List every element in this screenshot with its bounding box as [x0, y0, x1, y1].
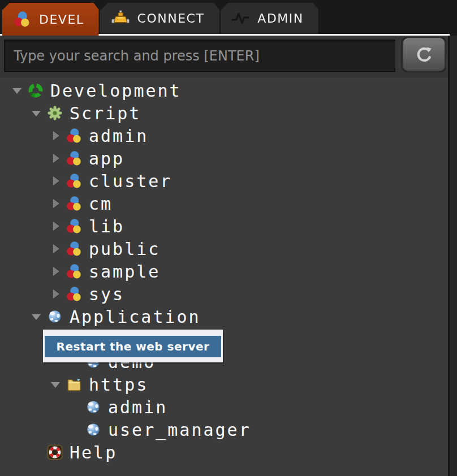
tree-row-label: admin: [89, 126, 148, 146]
tree-row-label: sample: [89, 262, 160, 282]
tab-bar: DEVEL CONNECT ADMIN: [0, 0, 457, 36]
three-balls-icon: [66, 127, 83, 144]
tree-row-lib[interactable]: lib: [0, 215, 448, 237]
twisty-spacer: [66, 396, 85, 418]
tree-row-cm[interactable]: cm: [0, 192, 448, 215]
tree-row-label: Development: [50, 81, 182, 101]
refresh-icon: [413, 44, 435, 66]
tree-row-label: admin: [108, 397, 167, 417]
tree-panel: DevelopmentScriptadminappclustercmlibpub…: [0, 79, 448, 476]
tab-devel-label: DEVEL: [39, 12, 84, 27]
menu-item-restart-web-server[interactable]: Restart the web server: [45, 336, 221, 357]
app-window: DEVEL CONNECT ADMIN DevelopmentScriptadm…: [0, 0, 457, 476]
tree-row-label: user_manager: [108, 420, 251, 440]
tree-row-development[interactable]: Development: [0, 79, 448, 102]
three-balls-icon: [66, 240, 83, 257]
expanded-triangle-icon[interactable]: [46, 373, 66, 396]
tree-row-label: Script: [70, 103, 141, 123]
tree-row-label: https: [89, 375, 148, 395]
tree-row-sys[interactable]: sys: [0, 283, 448, 305]
collapsed-triangle-icon[interactable]: [46, 124, 66, 147]
tree-row-help[interactable]: Help: [0, 441, 448, 464]
tree-row-admin[interactable]: admin: [0, 124, 448, 147]
refresh-button[interactable]: [402, 37, 446, 72]
expanded-triangle-icon[interactable]: [27, 305, 46, 328]
collapsed-triangle-icon[interactable]: [46, 170, 66, 192]
expanded-triangle-icon[interactable]: [8, 79, 27, 102]
folder-icon: [66, 376, 83, 393]
pulse-icon: [231, 10, 250, 28]
collapsed-triangle-icon[interactable]: [46, 283, 66, 305]
tab-connect-label: CONNECT: [137, 11, 205, 25]
tree-row-application[interactable]: Application: [0, 305, 448, 328]
three-balls-icon: [66, 172, 83, 189]
three-balls-icon: [66, 150, 83, 167]
tab-admin-label: ADMIN: [257, 11, 303, 25]
three-balls-icon: [66, 263, 83, 280]
collapsed-triangle-icon[interactable]: [46, 147, 66, 170]
tree-row-label: lib: [89, 217, 124, 236]
collapsed-triangle-icon[interactable]: [46, 215, 66, 237]
tree-row-admin[interactable]: admin: [0, 396, 448, 418]
context-menu: Restart the web server: [43, 330, 223, 362]
tree-row-label: Help: [70, 443, 117, 462]
three-balls-icon: [66, 218, 83, 235]
tree-row-user-manager[interactable]: user_manager: [0, 418, 448, 441]
collapsed-triangle-icon[interactable]: [46, 192, 66, 215]
twisty-spacer: [27, 441, 46, 464]
globe-icon: [46, 308, 63, 325]
tree-row-cluster[interactable]: cluster: [0, 170, 448, 192]
tree-row-https[interactable]: https: [0, 373, 448, 396]
tree-row-public[interactable]: public: [0, 237, 448, 260]
three-balls-icon: [66, 285, 83, 302]
gear-icon: [46, 105, 63, 122]
collapsed-triangle-icon[interactable]: [46, 260, 66, 283]
tree-row-label: cm: [89, 194, 113, 214]
tab-devel[interactable]: DEVEL: [2, 3, 99, 36]
expanded-triangle-icon[interactable]: [27, 102, 46, 124]
tree-row-label: sys: [89, 284, 124, 304]
collapsed-triangle-icon[interactable]: [46, 237, 66, 260]
lifebuoy-icon: [46, 444, 63, 461]
tab-admin[interactable]: ADMIN: [221, 3, 318, 34]
panel-edge-strip: [448, 36, 457, 476]
tree-row-app[interactable]: app: [0, 147, 448, 170]
connector-icon: [111, 10, 130, 28]
three-balls-icon: [12, 10, 32, 28]
tree-row-label: app: [89, 149, 124, 168]
tree-row-label: Application: [70, 307, 201, 327]
tree-row-label: cluster: [89, 171, 172, 191]
tab-connect[interactable]: CONNECT: [101, 3, 219, 34]
tree-row-label: public: [89, 239, 160, 259]
tree-row-sample[interactable]: sample: [0, 260, 448, 283]
globe-icon: [85, 421, 102, 438]
tree-row-script[interactable]: Script: [0, 102, 448, 124]
dev-ring-icon: [27, 82, 44, 99]
twisty-spacer: [66, 418, 85, 441]
search-toolbar: [0, 36, 448, 77]
search-input[interactable]: [4, 40, 395, 72]
three-balls-icon: [66, 195, 83, 212]
globe-icon: [85, 399, 102, 416]
